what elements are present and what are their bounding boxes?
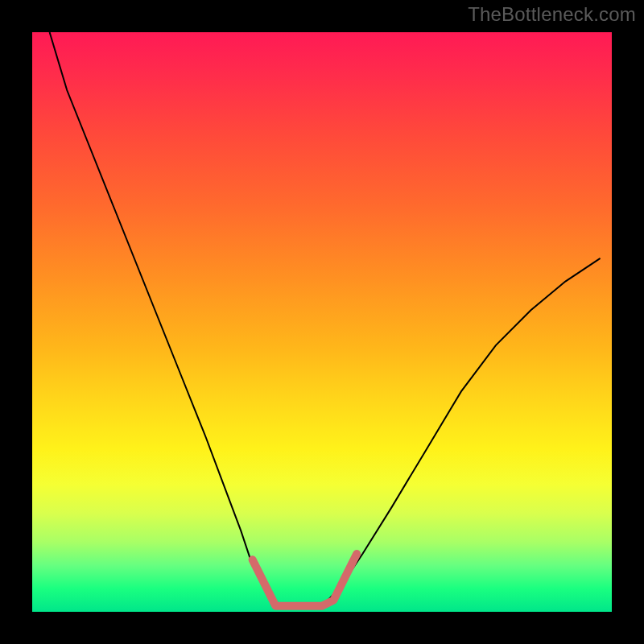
bottleneck-curve bbox=[50, 32, 601, 606]
plot-area bbox=[32, 32, 612, 612]
chart-frame: TheBottleneck.com bbox=[0, 0, 644, 644]
chart-svg bbox=[32, 32, 612, 612]
watermark-text: TheBottleneck.com bbox=[468, 3, 636, 26]
sweet-spot-band bbox=[253, 554, 357, 606]
